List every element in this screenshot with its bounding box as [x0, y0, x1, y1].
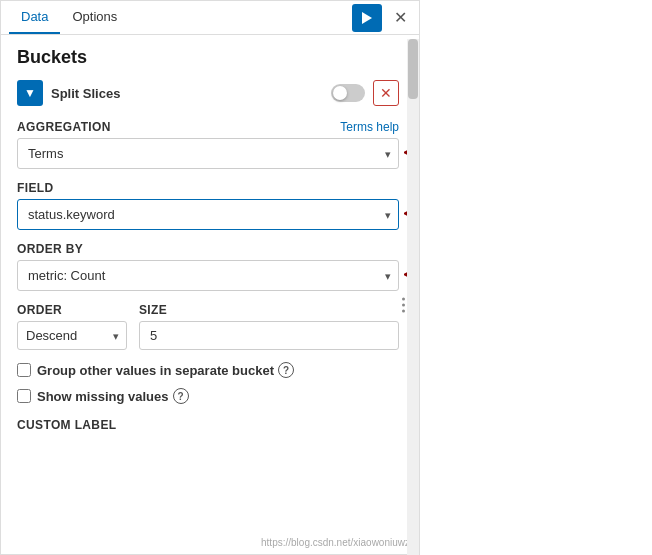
- toggle-switch[interactable]: [331, 84, 365, 102]
- tab-options[interactable]: Options: [60, 1, 129, 34]
- close-button[interactable]: ✕: [390, 4, 411, 31]
- group-other-info-icon[interactable]: ?: [278, 362, 294, 378]
- bucket-collapse-button[interactable]: ▼: [17, 80, 43, 106]
- custom-label-heading: Custom Label: [17, 414, 399, 432]
- size-col: Size: [139, 303, 399, 350]
- tab-data[interactable]: Data: [9, 1, 60, 34]
- svg-marker-0: [362, 12, 372, 24]
- order-by-select[interactable]: metric: Count Alphabetical: [17, 260, 399, 291]
- terms-help-link[interactable]: Terms help: [340, 120, 399, 134]
- order-label: Order: [17, 303, 127, 317]
- show-missing-checkbox[interactable]: [17, 389, 31, 403]
- group-other-checkbox-row: Group other values in separate bucket ?: [17, 362, 399, 378]
- field-label: Field: [17, 181, 53, 195]
- delete-button[interactable]: ✕: [373, 80, 399, 106]
- aggregation-select[interactable]: Terms Date Histogram Range Filters: [17, 138, 399, 169]
- main-content: Buckets ▼ Split Slices ✕ Aggregation Ter…: [1, 35, 419, 554]
- show-missing-info-icon[interactable]: ?: [173, 388, 189, 404]
- size-label: Size: [139, 303, 399, 317]
- bucket-row: ▼ Split Slices ✕: [17, 80, 399, 106]
- aggregation-group: Aggregation Terms help Terms Date Histog…: [17, 120, 399, 169]
- run-button[interactable]: [352, 4, 382, 32]
- order-col: Order Descend Ascend ▾: [17, 303, 127, 350]
- aggregation-label: Aggregation: [17, 120, 111, 134]
- order-by-label: Order By: [17, 242, 83, 256]
- show-missing-checkbox-row: Show missing values ?: [17, 388, 399, 404]
- size-input[interactable]: [139, 321, 399, 350]
- field-select[interactable]: status.keyword agent.keyword host.keywor…: [17, 199, 399, 230]
- order-by-group: Order By metric: Count Alphabetical ▾: [17, 242, 399, 291]
- page-title: Buckets: [17, 47, 399, 68]
- order-size-row: Order Descend Ascend ▾ Size: [17, 303, 399, 350]
- show-missing-label: Show missing values: [37, 389, 169, 404]
- side-dots: [402, 298, 405, 313]
- bucket-label: Split Slices: [51, 86, 331, 101]
- watermark: https://blog.csdn.net/xiaowoniuwzx: [261, 537, 415, 548]
- tab-bar: Data Options ✕: [1, 1, 419, 35]
- order-select[interactable]: Descend Ascend: [17, 321, 127, 350]
- group-other-checkbox[interactable]: [17, 363, 31, 377]
- field-group: Field status.keyword agent.keyword host.…: [17, 181, 399, 230]
- group-other-label: Group other values in separate bucket: [37, 363, 274, 378]
